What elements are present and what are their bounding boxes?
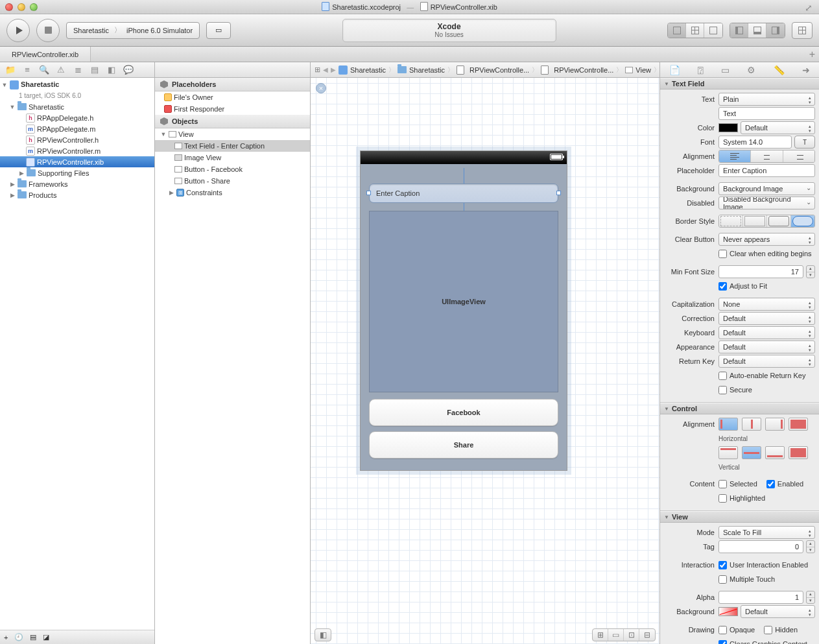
- outline-textfield[interactable]: Text Field - Enter Caption: [155, 140, 310, 152]
- color-swatch[interactable]: [718, 123, 738, 132]
- clear-button-select[interactable]: Never appears: [718, 233, 815, 246]
- share-button[interactable]: Share: [369, 431, 558, 459]
- related-items-icon[interactable]: ⊞: [315, 66, 320, 74]
- close-window-button[interactable]: [5, 3, 13, 11]
- breakpoints-button[interactable]: ▭: [206, 22, 231, 39]
- breadcrumb-3[interactable]: RPViewControlle...: [541, 66, 613, 75]
- secure-checkbox[interactable]: Secure: [718, 386, 752, 394]
- folder-item[interactable]: ▶Frameworks: [0, 178, 154, 189]
- selected-checkbox[interactable]: Selected: [718, 480, 757, 488]
- attributes-inspector-icon[interactable]: ⚙: [747, 65, 755, 75]
- outline-button-fb[interactable]: Button - Facebook: [155, 163, 310, 175]
- view-section-header[interactable]: ▼View: [660, 511, 819, 523]
- toggle-debug-button[interactable]: [748, 23, 766, 38]
- filter-recent-icon[interactable]: 🕘: [14, 633, 23, 641]
- clear-when-editing-checkbox[interactable]: Clear when editing begins: [718, 250, 812, 258]
- opaque-checkbox[interactable]: Opaque: [718, 626, 755, 634]
- adjust-to-fit-checkbox[interactable]: Adjust to Fit: [718, 282, 767, 291]
- auto-enable-checkbox[interactable]: Auto-enable Return Key: [718, 372, 805, 380]
- correction-select[interactable]: Default: [718, 312, 815, 325]
- v-align-bottom[interactable]: [765, 446, 785, 459]
- border-bezel-button[interactable]: [767, 215, 791, 227]
- project-root[interactable]: ▼ Sharetastic: [0, 79, 154, 90]
- folder-item[interactable]: ▶Products: [0, 189, 154, 200]
- v-align-fill[interactable]: [789, 446, 808, 459]
- file-item[interactable]: hRPViewController.h: [0, 134, 154, 145]
- identity-inspector-icon[interactable]: ▭: [721, 65, 730, 75]
- file-item[interactable]: mRPAppDelegate.m: [0, 123, 154, 134]
- border-rounded-button[interactable]: [791, 215, 814, 227]
- vertical-alignment-segmented[interactable]: [718, 446, 815, 459]
- alpha-stepper[interactable]: ▴▾: [806, 591, 815, 604]
- alpha-input[interactable]: 1: [718, 591, 803, 604]
- log-navigator-icon[interactable]: 💬: [123, 65, 134, 75]
- search-navigator-icon[interactable]: 🔍: [39, 65, 49, 75]
- file-item[interactable]: mRPViewController.m: [0, 145, 154, 156]
- filter-unsaved-icon[interactable]: ◪: [43, 633, 49, 641]
- scheme-selector[interactable]: Sharetastic 〉 iPhone 6.0 Simulator: [66, 22, 200, 39]
- outline-button-share[interactable]: Button - Share: [155, 175, 310, 187]
- file-item[interactable]: hRPAppDelegate.h: [0, 112, 154, 123]
- outline-constraints[interactable]: ▶⊞Constraints: [155, 187, 310, 198]
- breakpoint-navigator-icon[interactable]: ◧: [106, 65, 117, 75]
- border-style-segmented[interactable]: [718, 215, 815, 228]
- font-picker-button[interactable]: T: [794, 136, 815, 149]
- clears-graphics-checkbox[interactable]: Clears Graphics Context: [718, 640, 807, 645]
- h-align-center[interactable]: [742, 418, 761, 431]
- h-align-left[interactable]: [718, 418, 738, 431]
- add-button[interactable]: +: [4, 634, 8, 641]
- disabled-image-select[interactable]: Disabled Background Image: [718, 197, 815, 209]
- v-align-top[interactable]: [718, 446, 738, 459]
- back-button[interactable]: ◀: [323, 66, 328, 73]
- align-center-button[interactable]: [751, 150, 783, 162]
- facebook-button[interactable]: Facebook: [369, 399, 558, 426]
- breadcrumb-1[interactable]: Sharetastic: [398, 66, 445, 74]
- outline-view[interactable]: ▼View: [155, 128, 310, 140]
- bg-color-select[interactable]: Default: [741, 605, 815, 618]
- highlighted-checkbox[interactable]: Highlighted: [718, 494, 765, 503]
- text-input[interactable]: Text: [718, 107, 815, 120]
- file-item-selected[interactable]: RPViewController.xib: [0, 156, 154, 167]
- uiimageview-placeholder[interactable]: UIImageView: [369, 211, 558, 392]
- breadcrumb-2[interactable]: RPViewControlle...: [457, 66, 529, 75]
- forward-button[interactable]: ▶: [331, 66, 336, 73]
- text-alignment-segmented[interactable]: [718, 150, 815, 163]
- multitouch-checkbox[interactable]: Multiple Touch: [718, 575, 775, 584]
- filter-scm-icon[interactable]: ▤: [30, 633, 36, 641]
- issue-navigator-icon[interactable]: ⚠: [56, 65, 66, 75]
- organizer-button[interactable]: [792, 22, 813, 39]
- fullscreen-button[interactable]: ⤢: [805, 3, 814, 12]
- minimize-window-button[interactable]: [18, 3, 25, 11]
- tab-file[interactable]: RPViewController.xib: [0, 47, 91, 62]
- v-align-middle[interactable]: [742, 446, 761, 459]
- connections-inspector-icon[interactable]: ➜: [802, 65, 810, 75]
- assistant-editor-button[interactable]: [686, 23, 704, 38]
- tag-input[interactable]: 0: [718, 540, 803, 553]
- toggle-outline-button[interactable]: ◧: [315, 628, 331, 641]
- bg-swatch[interactable]: [718, 607, 738, 616]
- ib-canvas[interactable]: × Enter Caption UIImageView Facebook Sha…: [311, 78, 659, 644]
- align-left-button[interactable]: [719, 150, 751, 162]
- ios-view-canvas[interactable]: Enter Caption UIImageView Facebook Share: [360, 150, 567, 471]
- toggle-utilities-button[interactable]: [766, 23, 785, 38]
- folder-item[interactable]: ▶Supporting Files: [0, 167, 154, 178]
- min-font-stepper[interactable]: ▴▾: [806, 265, 815, 278]
- h-align-fill[interactable]: [789, 418, 808, 431]
- close-scene-button[interactable]: ×: [316, 83, 326, 93]
- hidden-checkbox[interactable]: Hidden: [764, 626, 798, 634]
- version-editor-button[interactable]: [704, 23, 722, 38]
- outline-imageview[interactable]: Image View: [155, 152, 310, 163]
- view-panels-segmented[interactable]: [730, 23, 785, 38]
- border-none-button[interactable]: [719, 215, 743, 227]
- editor-mode-segmented[interactable]: [667, 23, 723, 38]
- standard-editor-button[interactable]: [668, 23, 686, 38]
- jump-bar[interactable]: ⊞ ◀ ▶ Sharetastic〉 Sharetastic〉 RPViewCo…: [311, 62, 659, 77]
- tag-stepper[interactable]: ▴▾: [806, 540, 815, 553]
- placeholder-input[interactable]: Enter Caption: [718, 164, 815, 177]
- textfield-section-header[interactable]: ▼Text Field: [660, 78, 819, 89]
- textfield-selected[interactable]: Enter Caption: [369, 184, 558, 203]
- run-button[interactable]: [6, 19, 30, 42]
- keyboard-select[interactable]: Default: [718, 326, 815, 339]
- content-mode-select[interactable]: Scale To Fill: [718, 526, 815, 539]
- align-right-button[interactable]: [783, 150, 814, 162]
